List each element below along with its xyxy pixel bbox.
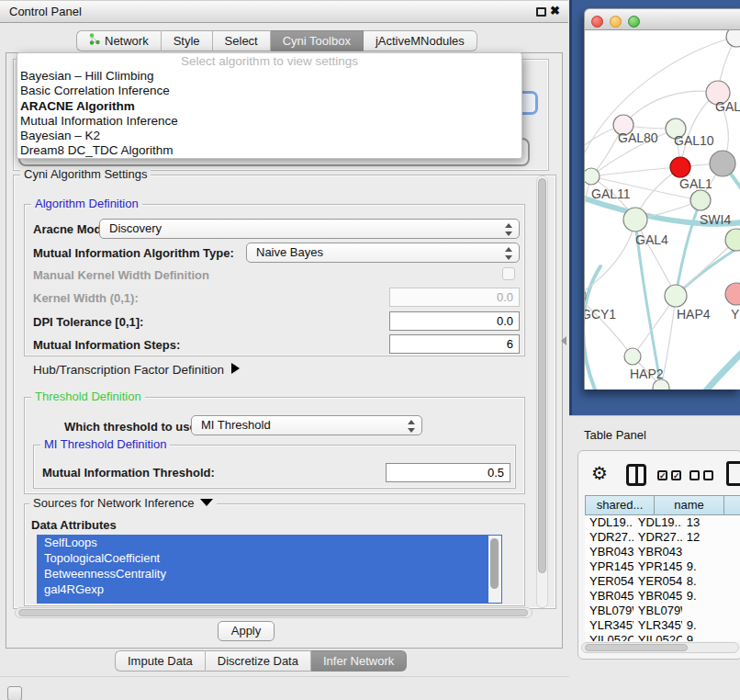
table-cell[interactable]: YPR145W: [633, 559, 682, 574]
tab-jactivemnodules[interactable]: jActiveMNodules: [364, 30, 477, 51]
apply-button[interactable]: Apply: [218, 621, 275, 641]
float-window-icon[interactable]: [536, 7, 546, 17]
mi-algorithm-type-combo[interactable]: Naive Bayes: [246, 243, 520, 263]
table-cell[interactable]: [682, 545, 740, 559]
zoom-traffic-light-icon[interactable]: [628, 16, 640, 28]
algorithm-option-bayesian-k2[interactable]: Bayesian – K2: [17, 129, 521, 143]
network-node-y[interactable]: [725, 283, 740, 305]
attribute-item-betweennesscentrality[interactable]: BetweennessCentrality: [37, 566, 502, 581]
settings-horizontal-scrollbar[interactable]: [15, 607, 533, 618]
algorithm-dropdown[interactable]: Select algorithm to view settings Bayesi…: [17, 52, 522, 159]
sources-legend[interactable]: Sources for Network Inference: [29, 497, 217, 510]
attribute-item-topologicalcoefficient[interactable]: TopologicalCoefficient: [37, 550, 502, 566]
close-icon[interactable]: ✖: [550, 4, 560, 17]
export-table-icon[interactable]: [726, 461, 740, 486]
close-traffic-light-icon[interactable]: [591, 16, 603, 28]
table-cell[interactable]: YLR345W: [633, 618, 682, 633]
dpi-tolerance-field[interactable]: 0.0: [389, 311, 520, 331]
table-cell[interactable]: YLR345W: [585, 618, 633, 633]
network-window-titlebar[interactable]: [584, 8, 740, 30]
mi-steps-field[interactable]: 6: [389, 334, 520, 354]
table-cell[interactable]: 9.: [682, 559, 740, 574]
tab-cyni-toolbox[interactable]: Cyni Toolbox: [271, 30, 364, 51]
minimize-traffic-light-icon[interactable]: [610, 16, 622, 28]
algorithm-option-dream8-dc-tdc-algorithm[interactable]: Dream8 DC_TDC Algorithm: [17, 143, 521, 158]
table-cell[interactable]: YBR043C: [585, 545, 633, 559]
bottom-tab-discretize-data[interactable]: Discretize Data: [206, 650, 311, 672]
unchecked-checkbox-icon[interactable]: [690, 470, 700, 480]
settings-vertical-scrollbar[interactable]: [536, 175, 548, 608]
table-row[interactable]: YLR345WYLR345W9.: [585, 618, 740, 633]
network-edge[interactable]: [676, 200, 701, 296]
network-node-gal11[interactable]: [585, 168, 600, 185]
table-row[interactable]: YDL19...YDL19...13: [585, 515, 740, 530]
table-cell[interactable]: 9: [682, 633, 740, 641]
bottom-tab-impute-data[interactable]: Impute Data: [115, 650, 206, 672]
data-attributes-list[interactable]: SelfLoopsTopologicalCoefficientBetweenne…: [37, 535, 502, 604]
network-node-gal1[interactable]: [690, 190, 711, 210]
column-header-shared-[interactable]: shared...: [585, 495, 655, 515]
table-cell[interactable]: 9.: [682, 618, 740, 633]
table-cell[interactable]: 9.: [682, 589, 740, 604]
scrollbar-thumb[interactable]: [18, 609, 528, 616]
algorithm-option-bayesian-hill-climbing[interactable]: Bayesian – Hill Climbing: [17, 69, 521, 84]
hub-definition-expander[interactable]: Hub/Transcription Factor Definition: [33, 363, 240, 377]
table-cell[interactable]: YBR043C: [633, 545, 682, 559]
network-node[interactable]: [670, 157, 690, 177]
network-edge[interactable]: [701, 351, 740, 390]
network-edge[interactable]: [591, 167, 680, 176]
table-cell[interactable]: 8.: [682, 574, 740, 589]
table-row[interactable]: YER054CYER054C8.: [585, 574, 740, 589]
network-window[interactable]: GALGAL80GAL10GAL11GAL1GAL4SWI4GCY1HAP4YH…: [584, 8, 740, 390]
table-cell[interactable]: YPR145W: [585, 559, 633, 574]
gear-icon[interactable]: ⚙: [591, 462, 608, 484]
network-edge[interactable]: [585, 176, 591, 296]
table-cell[interactable]: YIL052C: [585, 633, 633, 641]
network-node-gal4[interactable]: [623, 208, 647, 231]
table-cell[interactable]: YER054C: [633, 574, 682, 589]
attributes-list-scrollbar[interactable]: [488, 536, 501, 603]
minimized-panel-icon[interactable]: [7, 686, 22, 700]
columns-icon[interactable]: [626, 464, 646, 486]
aracne-mode-combo[interactable]: Discovery: [99, 219, 520, 239]
table-cell[interactable]: YDL19...: [585, 515, 633, 530]
table-cell[interactable]: YER054C: [585, 574, 633, 589]
table-row[interactable]: YPR145WYPR145W9.: [585, 559, 740, 574]
algorithm-option-basic-correlation-inference[interactable]: Basic Correlation Inference: [17, 84, 521, 98]
checked-checkbox-icon[interactable]: ✓: [671, 470, 681, 480]
table-row[interactable]: YIL052CYIL052C9: [585, 633, 740, 641]
table-row[interactable]: YDR27...YDR27...12: [585, 530, 740, 545]
tab-style[interactable]: Style: [162, 30, 213, 51]
manual-kernel-width-checkbox[interactable]: [502, 267, 515, 280]
unchecked-checkbox-icon[interactable]: [703, 470, 713, 480]
table-cell[interactable]: YBL079W: [585, 604, 633, 618]
network-canvas[interactable]: GALGAL80GAL10GAL11GAL1GAL4SWI4GCY1HAP4YH…: [584, 30, 740, 390]
table-cell[interactable]: YDL19...: [633, 515, 682, 530]
algorithm-option-mutual-information-inference[interactable]: Mutual Information Inference: [17, 114, 521, 129]
column-header-name[interactable]: name: [655, 495, 724, 515]
table-cell[interactable]: YDR27...: [633, 530, 682, 545]
network-node-hap4[interactable]: [665, 285, 687, 307]
table-cell[interactable]: [682, 604, 740, 618]
table-horizontal-scrollbar[interactable]: [581, 642, 739, 653]
table-cell[interactable]: 13: [682, 515, 740, 530]
network-edge[interactable]: [585, 220, 635, 296]
network-node-hap2[interactable]: [624, 348, 641, 365]
attribute-item-gal4rgexp[interactable]: gal4RGexp: [37, 581, 502, 597]
table-cell[interactable]: YIL052C: [633, 633, 682, 641]
table-cell[interactable]: YBR045C: [633, 589, 682, 604]
network-node[interactable]: [726, 30, 740, 47]
which-threshold-combo[interactable]: MI Threshold: [191, 415, 422, 435]
kernel-width-field[interactable]: 0.0: [389, 288, 520, 307]
network-node[interactable]: [710, 151, 735, 176]
network-edge[interactable]: [585, 296, 633, 356]
scrollbar-thumb[interactable]: [585, 644, 688, 651]
attribute-item-selfloops[interactable]: SelfLoops: [37, 535, 502, 550]
tab-network[interactable]: Network: [76, 30, 162, 51]
table-cell[interactable]: YDR27...: [585, 530, 633, 545]
splitter-collapse-icon[interactable]: [561, 336, 566, 345]
bottom-tab-infer-network[interactable]: Infer Network: [311, 650, 407, 672]
column-header-extra[interactable]: [724, 495, 740, 515]
scrollbar-thumb[interactable]: [538, 178, 546, 573]
table-cell[interactable]: YBL079W: [633, 604, 682, 618]
